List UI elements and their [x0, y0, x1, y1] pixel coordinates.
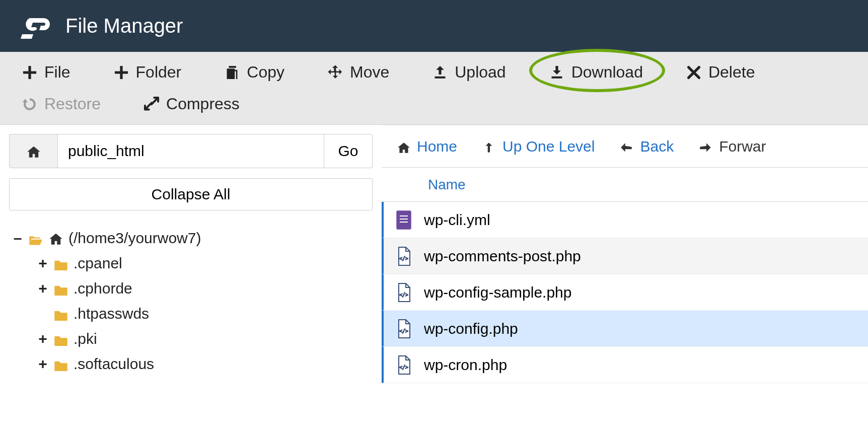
file-list: wp-cli.yml</>wp-comments-post.php</>wp-c… [382, 202, 868, 383]
file-button[interactable]: File [15, 59, 77, 86]
home-icon [48, 232, 63, 245]
tree-item[interactable]: .htpasswds [37, 301, 373, 326]
delete-button[interactable]: Delete [679, 59, 761, 86]
nav-forward-button[interactable]: Forwar [699, 138, 766, 155]
file-table-header[interactable]: Name [382, 168, 868, 202]
go-button[interactable]: Go [324, 134, 373, 168]
svg-text:</>: </> [399, 256, 408, 261]
plus-icon [113, 64, 130, 81]
directory-tree: – (/home3/yourwow7) +.cpanel+.cphorde.ht… [9, 226, 373, 377]
folder-button[interactable]: Folder [107, 59, 188, 86]
delete-icon [685, 64, 702, 81]
tree-item-label: .pki [74, 330, 97, 347]
folder-icon [53, 307, 68, 320]
file-name: wp-cron.php [424, 356, 507, 374]
collapse-toggle-icon[interactable]: – [12, 230, 23, 247]
move-button[interactable]: Move [321, 59, 395, 86]
expand-toggle-icon[interactable]: + [37, 280, 48, 297]
compress-button[interactable]: Compress [137, 91, 246, 117]
tree-item-label: .cpanel [74, 255, 122, 272]
svg-text:</>: </> [399, 328, 408, 334]
restore-icon [21, 96, 38, 113]
expand-toggle-icon[interactable]: + [37, 330, 48, 347]
column-header-name[interactable]: Name [382, 177, 466, 193]
folder-icon [53, 282, 68, 295]
file-name: wp-config.php [424, 320, 518, 337]
file-icon: </> [396, 355, 412, 375]
file-row[interactable]: </>wp-cron.php [382, 347, 868, 383]
tree-item[interactable]: +.cphorde [37, 276, 373, 301]
collapse-all-button[interactable]: Collapse All [9, 178, 373, 210]
folder-icon [53, 257, 68, 270]
download-icon [548, 64, 565, 81]
plus-icon [21, 64, 38, 81]
folder-icon [53, 357, 68, 371]
toolbar-label: Compress [166, 95, 240, 113]
toolbar-label: Copy [247, 63, 284, 82]
file-row[interactable]: </>wp-config.php [382, 311, 868, 347]
move-icon [327, 64, 344, 81]
nav-label: Back [640, 138, 674, 155]
nav-label: Home [417, 138, 457, 155]
nav-label: Up One Level [502, 138, 595, 155]
toolbar-label: Move [350, 63, 389, 82]
forward-icon [699, 139, 713, 154]
copy-icon [224, 64, 241, 81]
restore-button: Restore [15, 91, 107, 117]
download-button[interactable]: Download [542, 59, 649, 86]
toolbar-label: Upload [455, 63, 505, 82]
tree-item-label: .htpasswds [74, 305, 149, 322]
nav-home-button[interactable]: Home [397, 138, 457, 155]
toolbar: FileFolderCopyMoveUploadDownloadDeleteRe… [0, 52, 868, 125]
nav-back-button[interactable]: Back [620, 138, 674, 155]
file-name: wp-config-sample.php [424, 284, 571, 301]
tree-item-label: .cphorde [74, 280, 132, 297]
tree-root[interactable]: – (/home3/yourwow7) [12, 226, 373, 251]
tree-item-label: .softaculous [74, 355, 154, 373]
file-icon [396, 210, 412, 230]
cpanel-logo-icon [20, 13, 50, 39]
toolbar-label: Restore [44, 95, 101, 113]
expand-toggle-icon[interactable]: + [37, 255, 48, 272]
svg-text:</>: </> [399, 292, 408, 298]
nav-up-button[interactable]: Up One Level [482, 138, 595, 155]
folder-icon [53, 332, 68, 345]
compress-icon [143, 96, 160, 113]
file-name: wp-cli.yml [424, 211, 490, 229]
svg-text:</>: </> [399, 365, 408, 370]
file-row[interactable]: wp-cli.yml [382, 202, 868, 238]
app-title: File Manager [65, 15, 183, 37]
back-icon [620, 139, 634, 154]
file-row[interactable]: </>wp-config-sample.php [382, 274, 868, 311]
folder-open-icon [28, 232, 43, 245]
file-row[interactable]: </>wp-comments-post.php [382, 238, 868, 274]
upload-button[interactable]: Upload [425, 59, 512, 86]
toolbar-label: Download [571, 63, 643, 82]
upload-icon [431, 64, 449, 81]
file-panel: HomeUp One LevelBackForwar Name wp-cli.y… [382, 125, 868, 420]
file-icon: </> [396, 282, 412, 303]
location-home-button[interactable] [9, 134, 57, 168]
expand-toggle-icon[interactable]: + [37, 355, 48, 373]
up-icon [482, 139, 496, 154]
toolbar-label: Folder [136, 63, 182, 82]
tree-item[interactable]: +.pki [37, 326, 373, 351]
app-header: File Manager [0, 0, 868, 52]
svg-rect-0 [397, 211, 411, 229]
navigation-bar: HomeUp One LevelBackForwar [382, 125, 868, 167]
copy-button[interactable]: Copy [218, 59, 291, 86]
location-input[interactable] [57, 134, 324, 168]
tree-root-label: (/home3/yourwow7) [68, 230, 201, 247]
file-name: wp-comments-post.php [424, 248, 581, 265]
tree-item[interactable]: +.softaculous [37, 351, 373, 377]
file-icon: </> [396, 246, 412, 266]
tree-item[interactable]: +.cpanel [37, 251, 373, 276]
nav-label: Forwar [719, 138, 766, 155]
sidebar: Go Collapse All – (/home3/yourwow7) +.cp… [0, 125, 382, 420]
toolbar-label: Delete [708, 63, 755, 82]
home-icon [397, 139, 411, 154]
toolbar-label: File [44, 63, 70, 82]
file-icon: </> [396, 319, 412, 339]
